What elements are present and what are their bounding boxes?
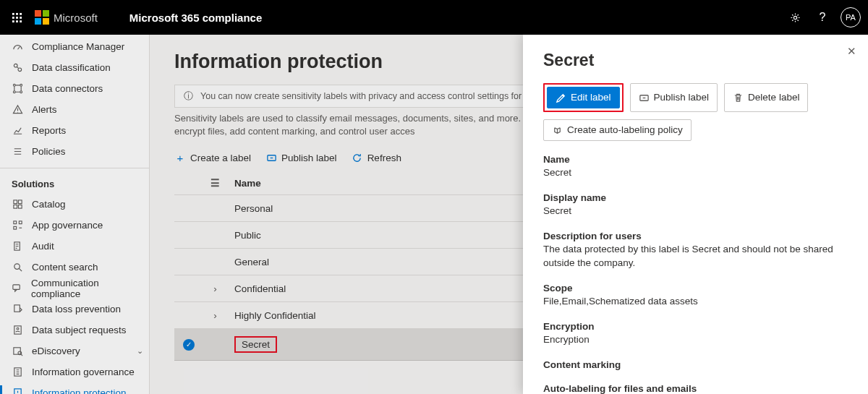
iprot-icon	[12, 387, 23, 394]
help-icon[interactable]: ?	[809, 11, 836, 24]
catalog-icon	[12, 199, 23, 210]
svg-rect-18	[13, 205, 17, 208]
nav-item-data-loss-prevention[interactable]: Data loss prevention	[0, 299, 149, 320]
refresh-text: Refresh	[367, 153, 401, 163]
field-display-value: Secret	[543, 205, 848, 218]
nav-item-ediscovery[interactable]: eDiscovery⌄	[0, 341, 149, 361]
alert-icon	[12, 104, 23, 115]
field-scope-label: Scope	[543, 283, 848, 294]
nav-item-label: Data classification	[32, 62, 111, 73]
svg-rect-26	[14, 305, 20, 312]
chevron-right-icon[interactable]: ›	[213, 310, 217, 321]
nav-item-alerts[interactable]: Alerts	[0, 99, 149, 120]
svg-point-9	[793, 17, 796, 20]
field-desc-value: The data protected by this label is Secr…	[543, 243, 848, 269]
svg-point-24	[14, 264, 20, 270]
nav-item-app-governance[interactable]: App governance	[0, 215, 149, 236]
chevron-right-icon[interactable]: ›	[213, 283, 217, 294]
check-icon: ✓	[183, 339, 195, 351]
nav-item-label: Data loss prevention	[32, 304, 121, 314]
nav-item-reports[interactable]: Reports	[0, 120, 149, 141]
nav-item-data-classification[interactable]: Data classification	[0, 57, 149, 78]
nav-item-content-search[interactable]: Content search	[0, 257, 149, 278]
nav-item-label: Alerts	[32, 104, 57, 115]
nav-item-policies[interactable]: Policies	[0, 141, 149, 162]
nav-item-information-protection[interactable]: Information protection	[0, 382, 149, 394]
auto-labeling-text: Create auto-labeling policy	[567, 124, 683, 135]
svg-rect-6	[12, 21, 14, 23]
publish-label-text: Publish label	[281, 153, 337, 163]
publish-label-button[interactable]: Publish label	[265, 153, 337, 163]
nav-item-audit[interactable]: Audit	[0, 236, 149, 257]
close-icon[interactable]: ✕	[847, 45, 856, 58]
publish-icon	[265, 153, 277, 163]
dsr-icon	[12, 325, 23, 335]
field-name-value: Secret	[543, 166, 848, 179]
nav-item-label: Information governance	[32, 367, 135, 377]
svg-rect-3	[12, 17, 14, 19]
edit-label-button[interactable]: Edit label	[547, 87, 620, 108]
nav-item-compliance-manager[interactable]: Compliance Manager	[0, 36, 149, 57]
field-display-label: Display name	[543, 192, 848, 203]
tag-icon	[12, 62, 23, 73]
nav-item-information-governance[interactable]: Information governance	[0, 361, 149, 382]
app-title: Microsoft 365 compliance	[129, 12, 262, 24]
create-label-button[interactable]: + Create a label	[174, 152, 251, 164]
app-launcher-icon[interactable]	[4, 11, 29, 24]
svg-rect-7	[16, 21, 18, 23]
create-label-text: Create a label	[190, 153, 251, 163]
publish-icon	[639, 92, 650, 103]
delete-label-button[interactable]: Delete label	[724, 83, 808, 112]
nav-item-data-connectors[interactable]: Data connectors	[0, 78, 149, 99]
hierarchy-icon: ☰	[210, 178, 220, 189]
name-highlight: Secret	[234, 336, 277, 353]
nav-item-communication-compliance[interactable]: Communication compliance	[0, 278, 149, 299]
svg-point-14	[13, 91, 15, 93]
chevron-down-icon: ⌄	[137, 346, 143, 356]
nav-item-label: Reports	[32, 125, 66, 136]
left-nav: Compliance ManagerData classificationDat…	[0, 35, 150, 394]
field-desc-label: Description for users	[543, 231, 848, 241]
nav-item-label: eDiscovery	[32, 346, 80, 356]
edit-icon	[556, 92, 566, 103]
nav-item-label: Information protection	[32, 387, 127, 394]
audit-icon	[12, 241, 23, 252]
svg-rect-16	[13, 200, 17, 204]
publish-label-panel-button[interactable]: Publish label	[630, 83, 718, 112]
nav-item-label: App governance	[32, 220, 103, 231]
report-icon	[12, 125, 23, 136]
svg-rect-8	[20, 21, 22, 23]
svg-point-15	[20, 91, 22, 93]
comm-icon	[12, 283, 22, 294]
settings-icon[interactable]	[781, 11, 809, 24]
field-enc-label: Encryption	[543, 321, 848, 332]
auto-labeling-button[interactable]: Create auto-labeling policy	[543, 119, 692, 141]
svg-rect-4	[16, 17, 18, 19]
svg-point-11	[17, 68, 21, 72]
igov-icon	[12, 367, 23, 377]
field-marking-label: Content marking	[543, 359, 848, 370]
nav-item-label: Data subject requests	[32, 325, 127, 335]
nav-item-label: Data connectors	[32, 83, 103, 94]
avatar[interactable]: PA	[841, 7, 861, 27]
appgov-icon	[12, 220, 23, 231]
svg-rect-5	[20, 17, 22, 19]
nav-item-catalog[interactable]: Catalog	[0, 194, 149, 215]
nav-section-solutions: Solutions	[0, 168, 149, 194]
brand-name: Microsoft	[54, 12, 98, 24]
svg-rect-19	[18, 205, 22, 208]
nav-item-data-subject-requests[interactable]: Data subject requests	[0, 320, 149, 341]
auto-icon	[552, 124, 563, 136]
field-enc-value: Encryption	[543, 333, 848, 346]
info-icon: ⓘ	[184, 90, 193, 103]
details-panel: ✕ Secret Edit label Publish label Delete…	[523, 35, 868, 394]
edit-label-text: Edit label	[571, 92, 611, 103]
svg-point-13	[20, 84, 22, 86]
refresh-icon	[352, 153, 363, 163]
nav-item-label: Compliance Manager	[32, 41, 124, 52]
connector-icon	[12, 83, 23, 94]
refresh-button[interactable]: Refresh	[352, 153, 401, 163]
field-scope-value: File,Email,Schematized data assets	[543, 295, 848, 308]
policy-icon	[12, 146, 23, 157]
avatar-initials: PA	[846, 13, 856, 22]
